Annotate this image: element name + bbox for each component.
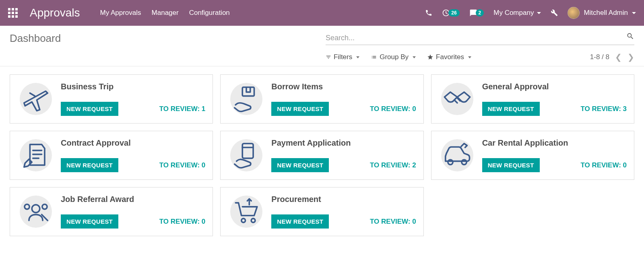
favorites-label: Favorites xyxy=(436,53,464,61)
search-wrap xyxy=(326,32,634,45)
to-review-link[interactable]: TO REVIEW: 0 xyxy=(370,105,416,113)
user-name: Mitchell Admin xyxy=(584,9,628,17)
to-review-link[interactable]: TO REVIEW: 0 xyxy=(159,218,206,226)
list-icon xyxy=(371,54,377,60)
new-request-button[interactable]: NEW REQUEST xyxy=(61,102,118,116)
new-request-button[interactable]: NEW REQUEST xyxy=(271,102,329,116)
groupby-button[interactable]: Group By xyxy=(371,53,416,61)
search-icon[interactable] xyxy=(626,32,634,42)
pager: 1-8 / 8 ❮ ❯ xyxy=(590,52,634,62)
page-title: Dashboard xyxy=(10,32,310,45)
approval-card: Contract ApprovalNEW REQUESTTO REVIEW: 0 xyxy=(10,131,213,180)
card-body: ProcurementNEW REQUESTTO REVIEW: 0 xyxy=(271,195,416,229)
card-actions: NEW REQUESTTO REVIEW: 2 xyxy=(271,158,416,172)
star-icon xyxy=(427,54,433,60)
nav-manager[interactable]: Manager xyxy=(152,9,179,17)
new-request-button[interactable]: NEW REQUEST xyxy=(482,102,540,116)
nav-links: My Approvals Manager Configuration xyxy=(100,9,230,17)
svg-point-4 xyxy=(32,205,40,213)
company-switcher[interactable]: My Company xyxy=(493,9,541,17)
company-name: My Company xyxy=(493,9,534,17)
card-body: General ApprovalNEW REQUESTTO REVIEW: 3 xyxy=(482,82,627,116)
new-request-button[interactable]: NEW REQUEST xyxy=(271,214,329,229)
chevron-down-icon xyxy=(537,12,541,14)
card-actions: NEW REQUESTTO REVIEW: 0 xyxy=(482,158,627,172)
svg-point-7 xyxy=(242,218,246,222)
chevron-down-icon xyxy=(356,56,359,58)
debug-icon[interactable] xyxy=(551,9,558,16)
navbar-right: 26 2 My Company Mitchell Admin xyxy=(425,7,636,19)
new-request-button[interactable]: NEW REQUEST xyxy=(61,214,118,229)
svg-point-8 xyxy=(252,218,256,222)
new-request-button[interactable]: NEW REQUEST xyxy=(61,158,118,172)
nav-my-approvals[interactable]: My Approvals xyxy=(100,9,141,17)
search-input[interactable] xyxy=(326,32,634,45)
activities-icon[interactable]: 26 xyxy=(442,9,459,17)
to-review-link[interactable]: TO REVIEW: 2 xyxy=(370,161,416,169)
to-review-link[interactable]: TO REVIEW: 3 xyxy=(580,105,627,113)
to-review-link[interactable]: TO REVIEW: 0 xyxy=(370,218,416,226)
messages-badge: 2 xyxy=(476,9,484,16)
svg-rect-1 xyxy=(243,144,254,159)
card-body: Job Referral AwardNEW REQUESTTO REVIEW: … xyxy=(61,195,205,229)
apps-launcher-icon[interactable] xyxy=(8,8,18,18)
filters-button[interactable]: Filters xyxy=(326,53,359,61)
app-brand[interactable]: Approvals xyxy=(30,6,80,19)
card-actions: NEW REQUESTTO REVIEW: 0 xyxy=(271,102,416,116)
box-hand-icon xyxy=(228,80,265,117)
funnel-icon xyxy=(326,54,331,60)
phone-icon[interactable] xyxy=(425,9,432,16)
people-icon xyxy=(17,193,54,230)
card-title: General Approval xyxy=(482,82,627,91)
approval-card: Car Rental ApplicationNEW REQUESTTO REVI… xyxy=(431,131,634,180)
to-review-link[interactable]: TO REVIEW: 0 xyxy=(159,161,206,169)
card-actions: NEW REQUESTTO REVIEW: 1 xyxy=(61,102,205,116)
card-actions: NEW REQUESTTO REVIEW: 0 xyxy=(61,214,205,229)
card-body: Car Rental ApplicationNEW REQUESTTO REVI… xyxy=(482,138,627,172)
handshake-icon xyxy=(439,80,476,117)
car-icon xyxy=(439,137,476,174)
pager-text: 1-8 / 8 xyxy=(590,53,609,61)
contract-icon xyxy=(17,137,54,174)
pager-next[interactable]: ❯ xyxy=(627,52,634,62)
card-hand-icon xyxy=(228,137,265,174)
card-title: Borrow Items xyxy=(271,82,416,91)
groupby-label: Group By xyxy=(380,53,409,61)
chevron-down-icon xyxy=(632,12,636,14)
approval-card: General ApprovalNEW REQUESTTO REVIEW: 3 xyxy=(431,74,634,124)
pager-prev[interactable]: ❮ xyxy=(615,52,622,62)
svg-point-3 xyxy=(462,160,466,165)
card-actions: NEW REQUESTTO REVIEW: 0 xyxy=(61,158,205,172)
favorites-button[interactable]: Favorites xyxy=(427,53,471,61)
card-actions: NEW REQUESTTO REVIEW: 3 xyxy=(482,102,627,116)
card-body: Borrow ItemsNEW REQUESTTO REVIEW: 0 xyxy=(271,82,416,116)
card-title: Car Rental Application xyxy=(482,138,627,148)
plane-icon xyxy=(17,80,54,117)
activities-badge: 26 xyxy=(448,9,459,16)
nav-configuration[interactable]: Configuration xyxy=(189,9,230,17)
card-body: Contract ApprovalNEW REQUESTTO REVIEW: 0 xyxy=(61,138,205,172)
new-request-button[interactable]: NEW REQUEST xyxy=(271,158,329,172)
to-review-link[interactable]: TO REVIEW: 1 xyxy=(159,105,206,113)
approval-card: Business TripNEW REQUESTTO REVIEW: 1 xyxy=(10,74,213,124)
messages-icon[interactable]: 2 xyxy=(469,9,484,17)
to-review-link[interactable]: TO REVIEW: 0 xyxy=(580,161,627,169)
card-title: Procurement xyxy=(271,195,416,204)
card-title: Payment Application xyxy=(271,138,416,148)
card-title: Contract Approval xyxy=(61,138,205,148)
filters-label: Filters xyxy=(334,53,352,61)
cards-grid: Business TripNEW REQUESTTO REVIEW: 1Borr… xyxy=(0,66,644,244)
avatar xyxy=(568,7,580,19)
new-request-button[interactable]: NEW REQUEST xyxy=(482,158,540,172)
card-actions: NEW REQUESTTO REVIEW: 0 xyxy=(271,214,416,229)
user-menu[interactable]: Mitchell Admin xyxy=(568,7,636,19)
card-title: Job Referral Award xyxy=(61,195,205,204)
filters-row: Filters Group By Favorites 1-8 / 8 ❮ ❯ xyxy=(326,52,634,62)
top-navbar: Approvals My Approvals Manager Configura… xyxy=(0,0,644,26)
card-body: Payment ApplicationNEW REQUESTTO REVIEW:… xyxy=(271,138,416,172)
card-title: Business Trip xyxy=(61,82,205,91)
approval-card: ProcurementNEW REQUESTTO REVIEW: 0 xyxy=(220,187,423,236)
svg-point-6 xyxy=(42,204,47,209)
approval-card: Payment ApplicationNEW REQUESTTO REVIEW:… xyxy=(220,131,423,180)
svg-point-5 xyxy=(25,204,29,209)
